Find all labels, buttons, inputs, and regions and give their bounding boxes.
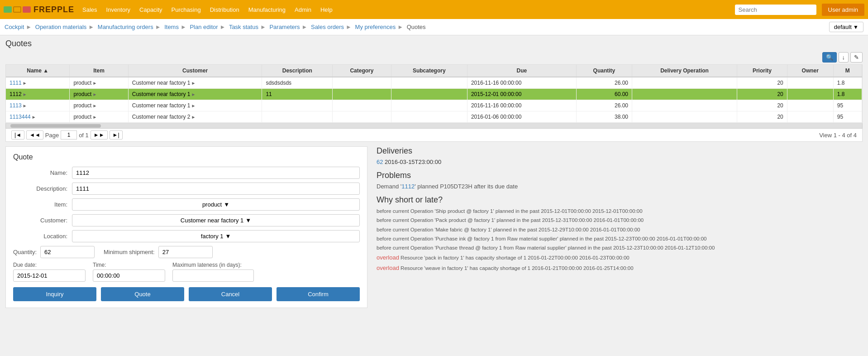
col-due[interactable]: Due	[467, 65, 576, 77]
col-item[interactable]: Item	[70, 65, 128, 77]
cell-m: 1.8	[833, 77, 862, 89]
col-delivery-operation[interactable]: Delivery Operation	[632, 65, 737, 77]
user-admin-button[interactable]: User admin	[822, 4, 864, 16]
confirm-button[interactable]: Confirm	[277, 287, 360, 301]
delivery-link-0[interactable]: 62	[377, 159, 383, 165]
name-label: Name:	[13, 169, 72, 176]
table-row[interactable]: 1113444► product► Customer near factory …	[6, 111, 862, 123]
item-value: product	[202, 201, 222, 208]
cell-due: 2016-11-16 00:00:00	[467, 77, 576, 89]
cell-description: 11	[262, 89, 333, 100]
cell-subcategory	[391, 89, 467, 100]
page-title: Quotes	[0, 35, 868, 50]
customer-dropdown[interactable]: Customer near factory 1 ▼	[72, 214, 360, 226]
cell-name[interactable]: 1113►	[6, 100, 70, 111]
nav-manufacturing[interactable]: Manufacturing	[248, 5, 286, 15]
col-subcategory[interactable]: Subcategory	[391, 65, 467, 77]
cell-quantity: 38.00	[576, 111, 632, 123]
cell-delivery-op	[632, 100, 737, 111]
nav-purchasing[interactable]: Purchasing	[171, 5, 202, 15]
prev-page-button[interactable]: ◄◄	[26, 130, 43, 140]
search-input[interactable]	[735, 5, 816, 15]
nav-capacity[interactable]: Capacity	[138, 5, 163, 15]
scrollbar-thumb[interactable]	[10, 124, 101, 128]
form-row-description: Description:	[13, 183, 360, 195]
page-input[interactable]	[61, 130, 77, 140]
why-item: overload Resource 'weave in factory 1' h…	[377, 264, 863, 273]
cell-customer: Customer near factory 2►	[128, 111, 262, 123]
cell-name[interactable]: 1111►	[6, 77, 70, 89]
breadcrumb-cockpit[interactable]: Cockpit	[5, 24, 24, 30]
breadcrumb-plan-editor[interactable]: Plan editor	[190, 24, 218, 30]
breadcrumb-parameters[interactable]: Parameters	[269, 24, 300, 30]
breadcrumb-items: Cockpit► Operation materials► Manufactur…	[5, 24, 426, 30]
delivery-item-0: 62 2016-03-15T23:00:00	[377, 159, 863, 165]
col-customer[interactable]: Customer	[128, 65, 262, 77]
col-owner[interactable]: Owner	[787, 65, 833, 77]
nav-distribution[interactable]: Distribution	[209, 5, 240, 15]
location-label: Location:	[13, 233, 72, 240]
due-date-label: Due date:	[13, 262, 86, 268]
nav-sales[interactable]: Sales	[81, 5, 98, 15]
col-priority[interactable]: Priority	[737, 65, 787, 77]
due-date-input[interactable]	[13, 269, 86, 282]
table-row[interactable]: 1112► product► Customer near factory 1► …	[6, 89, 862, 100]
min-shipment-input[interactable]	[158, 246, 213, 258]
cancel-button[interactable]: Cancel	[189, 287, 272, 301]
cell-description: sdsdsdsds	[262, 77, 333, 89]
next-page-button[interactable]: ►►	[91, 130, 108, 140]
nav-help[interactable]: Help	[320, 5, 334, 15]
col-m[interactable]: M	[833, 65, 862, 77]
cell-priority: 20	[737, 100, 787, 111]
breadcrumb-items[interactable]: Items	[164, 24, 179, 30]
pagination-controls: |◄ ◄◄ Page of 1 ►► ►|	[11, 130, 123, 140]
breadcrumb-sales-orders[interactable]: Sales orders	[311, 24, 344, 30]
cell-item: product►	[70, 111, 128, 123]
breadcrumb-manufacturing-orders[interactable]: Manufacturing orders	[98, 24, 153, 30]
col-description[interactable]: Description	[262, 65, 333, 77]
quote-form: Quote Name: Description: Item: product ▼…	[5, 146, 367, 308]
cell-quantity: 26.00	[576, 77, 632, 89]
inquiry-button[interactable]: Inquiry	[13, 287, 96, 301]
nav-admin[interactable]: Admin	[294, 5, 312, 15]
first-page-button[interactable]: |◄	[11, 130, 24, 140]
max-lateness-label: Maximum lateness (in days):	[172, 262, 254, 268]
settings-button[interactable]: ✎	[850, 52, 863, 63]
name-input[interactable]	[72, 167, 360, 179]
description-input[interactable]	[72, 183, 360, 195]
time-input[interactable]	[93, 269, 165, 282]
breadcrumb-task-status[interactable]: Task status	[229, 24, 258, 30]
cell-owner	[787, 77, 833, 89]
item-dropdown[interactable]: product ▼	[72, 198, 360, 211]
top-navigation: FREPPLE Sales Inventory Capacity Purchas…	[0, 0, 868, 19]
cell-m: 95	[833, 111, 862, 123]
customer-dropdown-icon: ▼	[245, 217, 251, 224]
table-row[interactable]: 1111► product► Customer near factory 1► …	[6, 77, 862, 89]
default-dropdown-button[interactable]: default ▼	[829, 22, 863, 32]
cell-name[interactable]: 1113444►	[6, 111, 70, 123]
horizontal-scrollbar[interactable]	[5, 123, 863, 129]
problem-link-0[interactable]: 1112	[401, 183, 415, 190]
why-item: before current Operation 'Purchase threa…	[377, 244, 863, 252]
quantity-label: Quantity:	[13, 249, 37, 255]
nav-inventory[interactable]: Inventory	[105, 5, 131, 15]
download-button[interactable]: ↓	[839, 52, 849, 63]
breadcrumb-my-preferences[interactable]: My preferences	[355, 24, 396, 30]
cell-description	[262, 100, 333, 111]
cell-due: 2016-01-06 00:00:00	[467, 111, 576, 123]
max-lateness-input[interactable]	[172, 269, 254, 282]
last-page-button[interactable]: ►|	[110, 130, 123, 140]
search-toolbar-button[interactable]: 🔍	[822, 52, 837, 63]
form-actions: Inquiry Quote Cancel Confirm	[13, 287, 360, 301]
cell-category	[333, 100, 391, 111]
quantity-input[interactable]	[40, 246, 95, 258]
col-name[interactable]: Name ▲	[6, 65, 70, 77]
table-row[interactable]: 1113► product► Customer near factory 1► …	[6, 100, 862, 111]
breadcrumb-operation-materials[interactable]: Operation materials	[35, 24, 86, 30]
quote-button[interactable]: Quote	[101, 287, 184, 301]
col-quantity[interactable]: Quantity	[576, 65, 632, 77]
cell-name[interactable]: 1112►	[6, 89, 70, 100]
why-item: before current Operation 'Purchase ink @…	[377, 235, 863, 243]
col-category[interactable]: Category	[333, 65, 391, 77]
location-dropdown[interactable]: factory 1 ▼	[72, 230, 360, 242]
